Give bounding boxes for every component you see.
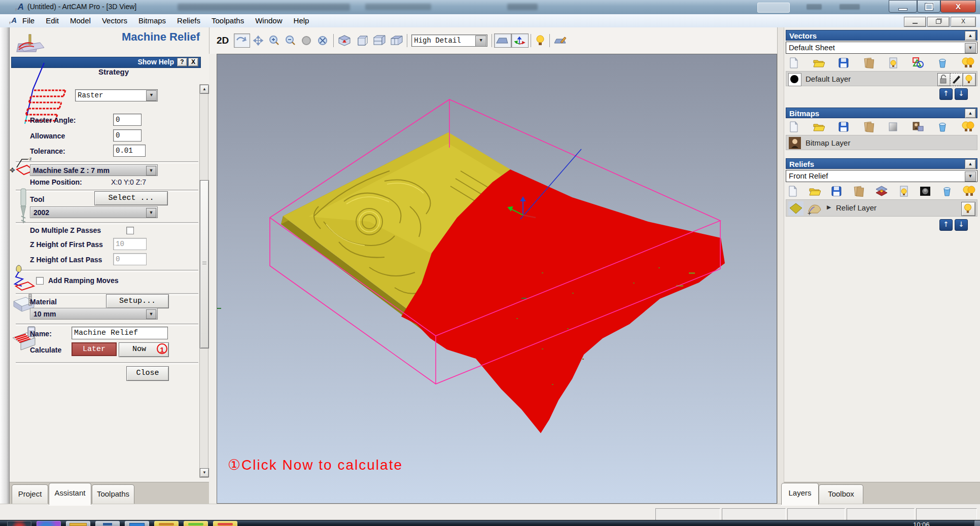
show-desktop-button[interactable] <box>974 520 980 526</box>
chevron-down-icon[interactable]: ▼ <box>965 171 976 182</box>
bitmap-image-icon[interactable] <box>912 121 924 132</box>
chevron-down-icon[interactable]: ▼ <box>965 43 976 53</box>
chevron-down-icon[interactable]: ▼ <box>146 90 157 101</box>
save-layer-icon[interactable] <box>838 57 849 68</box>
chevron-down-icon[interactable]: ▼ <box>146 309 156 319</box>
raster-angle-input[interactable] <box>113 114 142 126</box>
layer-move-up-button[interactable]: ↑ <box>939 219 953 231</box>
open-layer-icon[interactable] <box>813 57 825 68</box>
greyscale-icon[interactable] <box>888 121 898 132</box>
layer-visible-button[interactable] <box>961 202 975 216</box>
ramping-checkbox[interactable] <box>36 277 44 285</box>
tool-name-bar[interactable]: 2002 ▼ <box>30 206 158 218</box>
taskbar-app-4[interactable] <box>95 521 120 526</box>
merge-layers-icon[interactable] <box>853 185 865 197</box>
chevron-down-icon[interactable]: ▼ <box>475 36 486 47</box>
taskbar-app-3[interactable] <box>66 521 90 526</box>
all-visible-icon[interactable] <box>961 121 974 133</box>
taskbar-app-5[interactable] <box>125 521 149 526</box>
open-layer-icon[interactable] <box>809 186 821 197</box>
taskbar-app-7[interactable] <box>184 521 208 526</box>
scroll-down-icon[interactable]: ▼ <box>200 468 209 477</box>
multi-z-checkbox[interactable] <box>126 227 134 234</box>
close-panel-button[interactable]: Close <box>126 366 169 381</box>
tab-assistant[interactable]: Assistant <box>49 483 91 505</box>
delete-layer-icon[interactable] <box>937 121 948 132</box>
menu-file[interactable]: File <box>22 16 34 25</box>
show-help-link[interactable]: Show Help <box>137 58 174 66</box>
tool-select-button[interactable]: Select ... <box>94 191 168 205</box>
merge-layers-icon[interactable] <box>863 57 875 69</box>
colour-shade-button[interactable] <box>552 33 569 48</box>
new-layer-icon[interactable] <box>789 121 799 133</box>
mdi-minimize-button[interactable] <box>904 17 926 27</box>
tab-toolbox[interactable]: Toolbox <box>819 484 863 504</box>
scan-image-icon[interactable] <box>919 186 931 197</box>
layer-color-swatch[interactable] <box>788 73 801 86</box>
menu-model[interactable]: Model <box>70 16 91 25</box>
menu-vectors[interactable]: Vectors <box>102 16 127 25</box>
calculate-later-button[interactable]: Later <box>72 342 117 356</box>
toolpath-name-input[interactable] <box>72 327 168 339</box>
layer-move-down-button[interactable]: ↓ <box>955 88 968 100</box>
pan-view-button[interactable] <box>250 33 266 48</box>
relief-layer-row[interactable]: + ▶ Relief Layer <box>786 199 977 217</box>
open-layer-icon[interactable] <box>813 121 825 132</box>
view-along-y-button[interactable] <box>370 33 388 48</box>
chevron-down-icon[interactable]: ▼ <box>146 166 156 176</box>
lock-layer-button[interactable] <box>937 73 951 86</box>
minimize-button[interactable] <box>889 0 917 13</box>
material-thickness-bar[interactable]: 10 mm ▼ <box>30 308 158 320</box>
vector-shapes-icon[interactable] <box>912 57 924 69</box>
merge-layers-icon[interactable] <box>863 121 875 133</box>
machine-safe-z-bar[interactable]: Machine Safe Z : 7 mm ▼ <box>30 164 158 176</box>
collapse-up-icon[interactable]: ▲ <box>965 31 976 41</box>
view-along-z-button[interactable] <box>388 33 405 48</box>
menu-toolpaths[interactable]: Toolpaths <box>212 16 244 25</box>
last-pass-input[interactable] <box>113 253 147 265</box>
tolerance-input[interactable] <box>113 145 146 157</box>
menu-window[interactable]: Window <box>255 16 282 25</box>
save-layer-icon[interactable] <box>838 121 849 132</box>
save-layer-icon[interactable] <box>831 186 842 197</box>
draw-origin-button[interactable] <box>511 33 529 48</box>
mode-2d-button[interactable]: 2D <box>217 35 229 46</box>
layer-move-down-button[interactable]: ↓ <box>955 219 968 231</box>
tab-layers[interactable]: Layers <box>781 483 819 505</box>
all-visible-icon[interactable] <box>961 57 974 69</box>
view-along-x-button[interactable] <box>353 33 370 48</box>
relief-select[interactable]: Front Relief ▼ <box>786 170 977 182</box>
assistant-scrollbar[interactable]: ▲ ▼ <box>199 84 208 478</box>
taskbar-app-1[interactable] <box>7 521 31 526</box>
layer-move-up-button[interactable]: ↑ <box>939 88 953 100</box>
bitmap-layer-row[interactable]: Bitmap Layer <box>786 135 977 150</box>
expand-arrow-icon[interactable]: ▶ <box>827 204 831 211</box>
zoom-extents-button[interactable] <box>315 33 331 48</box>
iso-view-button[interactable] <box>336 33 353 48</box>
collapse-up-icon[interactable]: ▲ <box>965 159 976 169</box>
close-button[interactable]: X <box>940 0 976 13</box>
zoom-in-button[interactable] <box>266 33 283 48</box>
layer-visible-button[interactable] <box>963 73 976 86</box>
tab-toolpaths[interactable]: Toolpaths <box>92 484 134 504</box>
chevron-down-icon[interactable]: ▼ <box>146 208 156 218</box>
toggle-visibility-icon[interactable] <box>899 185 909 197</box>
material-setup-button[interactable]: Setup... <box>106 294 169 308</box>
mdi-close-button[interactable]: X <box>951 17 976 27</box>
restore-button[interactable] <box>917 0 940 13</box>
add-relief-layer-icon[interactable]: + <box>807 201 823 216</box>
scroll-up-icon[interactable]: ▲ <box>200 85 209 94</box>
delete-layer-icon[interactable] <box>942 186 952 197</box>
menu-help[interactable]: Help <box>294 16 309 25</box>
taskbar-app-8[interactable] <box>213 521 237 526</box>
collapse-up-icon[interactable]: ▲ <box>965 109 976 118</box>
light-button[interactable] <box>533 33 547 48</box>
rotate-view-button[interactable] <box>234 33 250 48</box>
menu-bitmaps[interactable]: Bitmaps <box>138 16 166 25</box>
panel-close-button[interactable]: X <box>188 58 198 66</box>
zoom-window-button[interactable] <box>299 33 315 48</box>
viewport-3d[interactable]: ①Click Now to calculate <box>217 54 777 504</box>
vector-layer-row[interactable]: Default Layer <box>786 71 977 86</box>
new-layer-icon[interactable] <box>788 185 798 197</box>
delete-layer-icon[interactable] <box>937 57 948 68</box>
